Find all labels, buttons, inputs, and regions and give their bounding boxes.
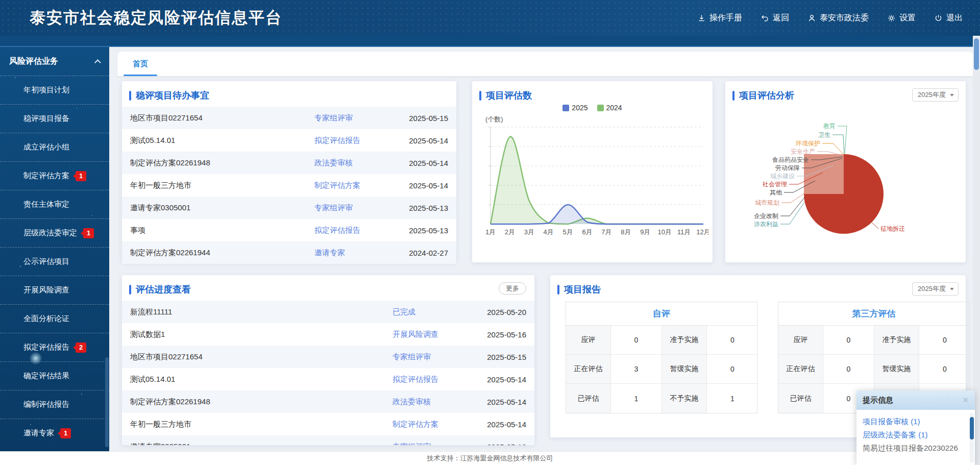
sidebar-group-risk-assessment[interactable]: 风险评估业务 — [0, 47, 109, 76]
project-name: 年初一般三方地市 — [130, 181, 314, 190]
menu-account[interactable]: 泰安市政法委 — [807, 13, 869, 23]
popup-scrollbar-thumb[interactable] — [970, 417, 974, 439]
legend-item-2024[interactable]: 2024 — [597, 104, 622, 112]
sidebar-item-13[interactable]: 邀请专家1 — [0, 419, 109, 447]
menu-back[interactable]: 返回 — [761, 13, 789, 23]
sidebar-item-11[interactable]: 确定评估结果 — [0, 361, 109, 390]
sidebar: 风险评估业务 年初项目计划稳评项目报备成立评估小组制定评估方案1责任主体审定层级… — [0, 47, 109, 451]
status-action-link[interactable]: 制定评估方案 — [393, 420, 473, 429]
status-action-link[interactable]: 已完成 — [393, 307, 473, 317]
menu-account-label: 泰安市政法委 — [820, 13, 869, 23]
x-axis-label: 2月 — [505, 228, 515, 236]
list-item: 地区市项目02271654专家组评审2025-05-15 — [122, 346, 534, 368]
title-accent-bar — [732, 91, 734, 101]
tech-support-text: 技术支持：江苏海盟金网信息技术有限公司 — [427, 454, 553, 462]
status-action-link[interactable]: 拟定评估报告 — [314, 226, 395, 235]
list-item: 制定评估方案02261948政法委审核2025-05-14 — [122, 152, 456, 174]
card-title: 项目报告 — [564, 283, 601, 296]
list-item: 制定评估方案02261948政法委审核2025-05-14 — [122, 390, 534, 413]
pie-label: 涉农利益 — [754, 221, 778, 228]
project-name: 邀请专家0305001 — [130, 203, 314, 213]
sidebar-item-label: 邀请专家 — [23, 428, 54, 438]
status-action-link[interactable]: 开展风险调查 — [393, 330, 473, 339]
sidebar-item-1[interactable]: 年初项目计划 — [0, 76, 109, 104]
app-title: 泰安市社会稳定风险评估信息平台 — [30, 7, 282, 29]
sidebar-item-7[interactable]: 公示评估项目 — [0, 247, 109, 276]
stat-label: 准予实施 — [874, 326, 919, 355]
date: 2025-05-13 — [395, 226, 448, 235]
stat-label: 暂缓实施 — [874, 355, 919, 384]
list-item: 测试数据1开展风险调查2025-05-16 — [122, 323, 534, 346]
status-action-link[interactable]: 政法委审核 — [314, 158, 395, 168]
project-name: 制定评估方案02261948 — [130, 158, 314, 168]
legend-label: 2025 — [572, 104, 587, 112]
status-action-link[interactable]: 制定评估方案 — [314, 181, 395, 190]
sidebar-item-2[interactable]: 稳评项目报备 — [0, 104, 109, 133]
year-select[interactable]: 2025年度 — [912, 282, 959, 296]
x-axis-label: 12月 — [696, 228, 708, 236]
sidebar-item-12[interactable]: 编制评估报告 — [0, 390, 109, 419]
stat-label: 正在评估 — [778, 355, 823, 384]
page-scrollbar-thumb[interactable] — [974, 38, 979, 70]
stat-value: 3 — [611, 355, 662, 384]
status-action-link[interactable]: 专家组评审 — [393, 442, 473, 446]
more-button[interactable]: 更多 — [499, 282, 526, 295]
menu-logout[interactable]: 退出 — [934, 13, 963, 23]
footer: 技术支持：江苏海盟金网信息技术有限公司 — [0, 451, 980, 465]
sidebar-item-label: 层级政法委审定 — [23, 228, 77, 238]
sidebar-item-8[interactable]: 开展风险调查 — [0, 276, 109, 304]
sidebar-item-label: 稳评项目报备 — [23, 114, 69, 124]
date: 2025-05-14 — [473, 398, 526, 406]
card-header: 项目评估数 — [472, 81, 713, 106]
date: 2025-05-13 — [473, 443, 526, 446]
sidebar-item-6[interactable]: 层级政法委审定1 — [0, 218, 109, 247]
title-accent-bar — [479, 91, 481, 101]
year-select[interactable]: 2025年度 — [912, 88, 959, 102]
sidebar-item-9[interactable]: 全面分析论证 — [0, 304, 109, 333]
sidebar-scrollbar[interactable] — [105, 357, 109, 447]
gear-icon — [887, 14, 896, 22]
status-action-link[interactable]: 政法委审核 — [393, 397, 473, 407]
sidebar-item-label: 拟定评估报告 — [23, 342, 69, 352]
card-title: 评估进度查看 — [136, 283, 191, 296]
popup-scrollbar[interactable] — [970, 413, 974, 463]
date: 2025-05-14 — [473, 375, 526, 384]
status-action-link[interactable]: 专家组评审 — [393, 352, 473, 362]
x-axis-label: 3月 — [524, 228, 534, 236]
status-action-link[interactable]: 拟定评估报告 — [393, 375, 473, 384]
card-title: 稳评项目待办事宜 — [136, 89, 209, 102]
tab-home[interactable]: 首页 — [126, 52, 155, 76]
pie-label: 社会管理 — [762, 181, 787, 188]
user-icon — [807, 14, 816, 22]
sidebar-item-3[interactable]: 成立评估小组 — [0, 133, 109, 161]
sidebar-item-10[interactable]: 拟定评估报告2 — [0, 333, 109, 361]
status-action-link[interactable]: 邀请专家 — [314, 248, 395, 258]
status-action-link[interactable]: 拟定评估报告 — [314, 136, 395, 145]
download-icon — [697, 14, 706, 22]
notice-link[interactable]: 项目报备审核 (1) — [863, 415, 969, 428]
card-title: 项目评估数 — [486, 89, 532, 102]
title-accent-bar — [129, 285, 131, 295]
status-action-link[interactable]: 专家组评审 — [314, 203, 395, 213]
project-name: 制定评估方案02261944 — [130, 248, 314, 258]
header-menu: 操作手册 返回 泰安市政法委 设置 退出 — [697, 0, 963, 36]
todo-list: 地区市项目02271654专家组评审2025-05-15测试05.14.01拟定… — [122, 106, 456, 264]
project-name: 邀请专家0305001 — [130, 442, 393, 446]
close-icon[interactable]: ✕ — [962, 396, 969, 405]
status-action-link[interactable]: 专家组评审 — [314, 113, 395, 123]
notice-popup-title: 提示信息 — [863, 396, 893, 405]
legend-label: 2024 — [606, 104, 622, 112]
chart-legend: 20252024 — [472, 104, 713, 113]
list-item: 年初一般三方地市制定评估方案2025-05-14 — [122, 413, 534, 435]
project-name: 地区市项目02271654 — [130, 352, 393, 362]
legend-item-2025[interactable]: 2025 — [562, 104, 587, 112]
sidebar-item-4[interactable]: 制定评估方案1 — [0, 161, 109, 190]
notice-link[interactable]: 层级政法委备案 (1) — [863, 428, 969, 442]
sidebar-item-5[interactable]: 责任主体审定 — [0, 190, 109, 218]
menu-back-label: 返回 — [773, 13, 789, 23]
menu-settings[interactable]: 设置 — [887, 13, 916, 23]
notification-badge: 1 — [83, 228, 94, 238]
menu-manual[interactable]: 操作手册 — [697, 13, 742, 23]
card-evaluation-analysis: 项目评估分析 2025年度 教育卫生环境保护安全生产食品药品安全劳动保障城乡建设… — [725, 81, 966, 262]
sidebar-item-label: 确定评估结果 — [23, 371, 69, 381]
